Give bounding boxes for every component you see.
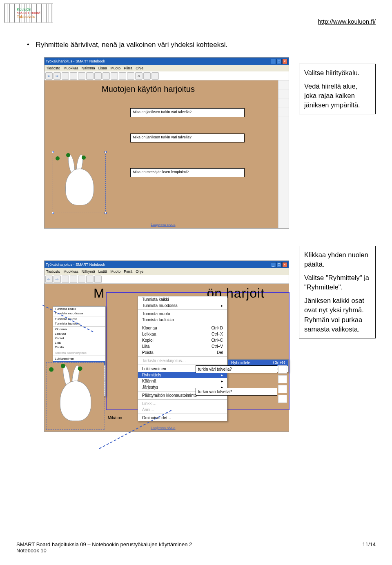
menu-item[interactable]: Kloonaa: [53, 327, 105, 331]
menu-item-disabled: Tarkista oikeinkirjoitus…: [138, 358, 227, 364]
side-attach-icon[interactable]: [278, 98, 289, 107]
menu-separator: [53, 350, 105, 350]
resize-handle[interactable]: [105, 151, 107, 153]
nav-add-icon[interactable]: [278, 385, 287, 393]
menu-item-delete: PoistaDel: [138, 349, 227, 356]
nav-prev-icon[interactable]: [278, 365, 287, 374]
rotation-handle[interactable]: [49, 367, 53, 372]
menu-draw[interactable]: Piirrä: [124, 66, 132, 70]
menu-edit[interactable]: Muokkaa: [63, 269, 78, 274]
context-menu-main[interactable]: Tunnista kaikki Tunnista muodossa Tunnis…: [138, 296, 227, 421]
question-box-3[interactable]: Mikä on metsäjäniksen lempinimi?: [130, 168, 245, 177]
nav-next-icon[interactable]: [278, 375, 287, 383]
resize-handle[interactable]: [105, 212, 107, 214]
menu-item[interactable]: Lukitseminen: [53, 356, 105, 361]
menu-help[interactable]: Ohje: [136, 66, 143, 70]
menu-format[interactable]: Muoto: [110, 66, 120, 70]
close-button[interactable]: ×: [282, 262, 287, 267]
close-button[interactable]: ×: [282, 59, 287, 64]
side-gallery-icon[interactable]: [278, 89, 289, 98]
tool-5[interactable]: [94, 276, 102, 283]
menu-edit[interactable]: Muokkaa: [63, 66, 78, 70]
rotation-handle[interactable]: [66, 153, 70, 157]
nav-close-icon[interactable]: [278, 395, 287, 403]
tool-3[interactable]: [78, 72, 85, 80]
canvas[interactable]: Muotojen käytön harjoitus Mikä on jäniks…: [45, 80, 289, 228]
bullet-text: Ryhmittele ääriviivat, nenä ja valkoinen…: [36, 41, 228, 49]
maximize-button[interactable]: □: [276, 262, 282, 267]
menu-item[interactable]: Tunnista kaikki: [53, 307, 105, 311]
resize-handle[interactable]: [52, 212, 54, 214]
tool-1[interactable]: [62, 72, 69, 80]
menu-format[interactable]: Muoto: [110, 269, 120, 274]
resize-handle[interactable]: [52, 151, 54, 153]
menu-draw[interactable]: Piirrä: [124, 269, 132, 274]
menu-view[interactable]: Näkymä: [82, 66, 95, 70]
side-props-icon[interactable]: [278, 107, 289, 116]
menu-item[interactable]: Poista: [53, 345, 105, 349]
menu-separator: [138, 414, 227, 414]
menu-item[interactable]: Kopioi: [53, 336, 105, 340]
minimize-button[interactable]: _: [271, 59, 276, 64]
tool-9[interactable]: [127, 72, 134, 80]
window-titlebar: Työkaluharjoitus - SMART Notebook _ □ ×: [45, 261, 289, 268]
side-page-icon[interactable]: [278, 80, 289, 89]
callout-2-p2: Valitse "Ryhmittely" ja "Ryhmittele".: [304, 273, 370, 292]
tool-6[interactable]: [102, 72, 110, 80]
footer-line1: SMART Board harjoituksia 09 – Notebookin…: [16, 541, 192, 547]
question-fragment-2: turkin väri talvella?: [196, 388, 277, 396]
source-url[interactable]: http://www.kouluon.fi/: [318, 18, 376, 25]
tool-12[interactable]: [151, 72, 159, 80]
window-title: Työkaluharjoitus - SMART Notebook: [46, 262, 105, 267]
tool-4[interactable]: [86, 276, 94, 283]
window-titlebar: Työkaluharjoitus - SMART Notebook _ □ ×: [45, 58, 289, 65]
menu-insert[interactable]: Lisää: [98, 66, 107, 70]
tool-10[interactable]: A: [135, 72, 143, 80]
menu-help[interactable]: Ohje: [136, 269, 143, 274]
tool-4[interactable]: [86, 72, 94, 80]
tool-8[interactable]: [119, 72, 126, 80]
toolbar: ⇦ ⇨ A: [45, 71, 289, 80]
tool-7[interactable]: [111, 72, 118, 80]
footer-line2: Notebook 10: [16, 547, 192, 554]
menu-separator: [138, 365, 227, 365]
tool-11[interactable]: [143, 72, 151, 80]
maximize-button[interactable]: □: [276, 59, 282, 64]
menu-item-clone: KloonaaCtrl+D: [138, 325, 227, 331]
menu-insert[interactable]: Lisää: [98, 269, 107, 274]
back-button[interactable]: ⇦: [45, 276, 53, 283]
tool-3[interactable]: [78, 276, 85, 283]
tool-2[interactable]: [70, 276, 77, 283]
canvas[interactable]: M ön harjoit Tunnista kaikki Tunnista mu…: [45, 284, 289, 432]
menu-file[interactable]: Tiedosto: [46, 269, 60, 274]
expand-page-link[interactable]: Laajenna sivua: [151, 222, 176, 227]
forward-button[interactable]: ⇨: [53, 276, 61, 283]
rotation-handle[interactable]: [61, 364, 65, 368]
rabbit-selection[interactable]: [46, 363, 105, 430]
menubar: Tiedosto Muokkaa Näkymä Lisää Muoto Piir…: [45, 268, 289, 275]
logo: KouluOn SMART Board Tukipalvelu: [4, 3, 53, 23]
forward-button[interactable]: ⇨: [53, 72, 61, 80]
rotation-handle[interactable]: [56, 156, 60, 160]
menu-separator: [53, 316, 105, 316]
menu-item[interactable]: Leikkaa: [53, 331, 105, 336]
instruction-bullet: • Ryhmittele ääriviivat, nenä ja valkoin…: [27, 41, 227, 49]
menu-item-disabled: Linkki…: [138, 400, 227, 407]
menu-item[interactable]: Tunnista muoto: [53, 317, 105, 321]
back-button[interactable]: ⇦: [45, 72, 53, 80]
question-box-2[interactable]: Mikä on jäniksen turkin väri talvella?: [130, 133, 245, 142]
question-box-1[interactable]: Mikä on jäniksen turkin väri talvella?: [130, 108, 245, 117]
menu-view[interactable]: Näkymä: [82, 269, 95, 274]
tool-1[interactable]: [62, 276, 69, 283]
rabbit-selection[interactable]: [53, 152, 106, 213]
menu-file[interactable]: Tiedosto: [46, 66, 60, 70]
tool-2[interactable]: [70, 72, 77, 80]
rotation-handle[interactable]: [82, 156, 86, 160]
submenu-arrow-icon: [221, 373, 223, 377]
window-title: Työkaluharjoitus - SMART Notebook: [46, 59, 105, 63]
rotation-handle[interactable]: [78, 366, 82, 371]
menu-item[interactable]: Liitä: [53, 340, 105, 345]
minimize-button[interactable]: _: [271, 262, 276, 267]
tool-5[interactable]: [94, 72, 102, 80]
expand-page-link[interactable]: Laajenna sivua: [151, 426, 176, 430]
